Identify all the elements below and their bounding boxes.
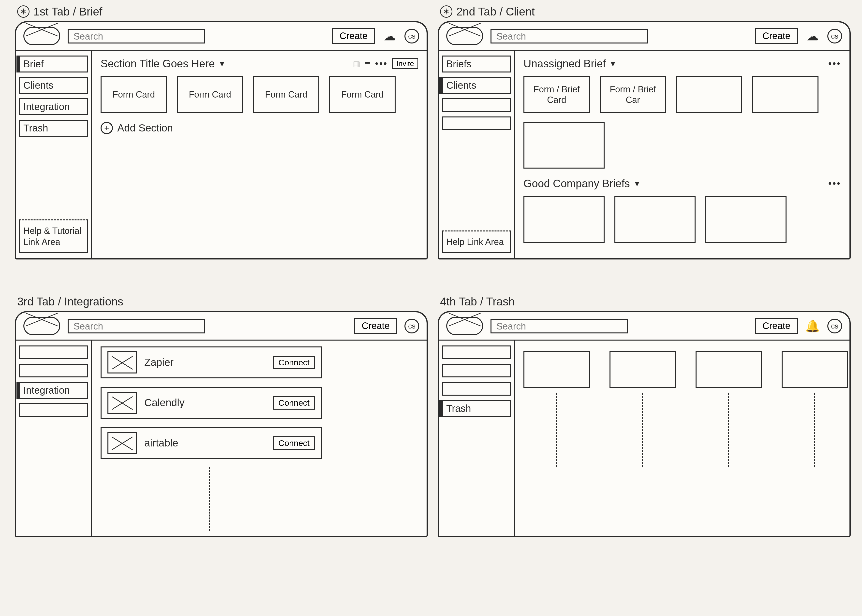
avatar[interactable]: cs bbox=[405, 319, 419, 333]
main-content bbox=[515, 341, 849, 536]
connect-button[interactable]: Connect bbox=[273, 436, 315, 450]
avatar[interactable]: cs bbox=[827, 29, 842, 44]
sidebar-item[interactable] bbox=[19, 346, 88, 359]
search-input[interactable] bbox=[490, 319, 628, 333]
group-header: Unassigned Brief ▾ ••• bbox=[523, 58, 841, 70]
brief-card[interactable] bbox=[705, 196, 786, 243]
form-card[interactable]: Form Card bbox=[253, 76, 319, 113]
list-view-icon[interactable]: ≣ bbox=[364, 60, 370, 68]
app-window-integrations: Create cs Integration Zapier Connect bbox=[15, 311, 428, 537]
trash-grid bbox=[523, 351, 841, 467]
create-button[interactable]: Create bbox=[354, 318, 397, 334]
continuation-indicator bbox=[814, 393, 815, 467]
more-icon[interactable]: ••• bbox=[828, 178, 841, 189]
chevron-down-icon[interactable]: ▾ bbox=[220, 58, 224, 69]
help-area[interactable]: Help & Tutorial Link Area bbox=[19, 219, 88, 253]
add-section-button[interactable]: + Add Section bbox=[101, 122, 418, 134]
group-title[interactable]: Unassigned Brief bbox=[523, 58, 606, 70]
integration-row: airtable Connect bbox=[101, 427, 322, 459]
create-button[interactable]: Create bbox=[755, 318, 798, 334]
sidebar-item-integration[interactable]: Integration bbox=[19, 98, 88, 115]
sidebar-item[interactable] bbox=[442, 346, 511, 359]
brief-card[interactable] bbox=[523, 122, 605, 168]
sidebar-item[interactable] bbox=[442, 98, 511, 112]
screen-annotation: 4th Tab / Trash bbox=[440, 295, 851, 308]
form-card[interactable]: Form Card bbox=[101, 76, 167, 113]
trash-card[interactable] bbox=[695, 351, 762, 388]
more-icon[interactable]: ••• bbox=[375, 58, 388, 69]
sidebar: Brief Clients Integration Trash Help & T… bbox=[16, 50, 92, 258]
sidebar: Briefs Clients Help Link Area bbox=[439, 50, 515, 258]
connect-button[interactable]: Connect bbox=[273, 356, 315, 369]
integration-row: Calendly Connect bbox=[101, 387, 322, 419]
app-window-brief: Create ☁ cs Brief Clients Integration Tr… bbox=[15, 21, 428, 259]
notification-icon[interactable]: ☁ bbox=[805, 29, 820, 44]
notification-icon[interactable]: ☁ bbox=[382, 29, 397, 44]
topbar: Create 🔔 cs bbox=[439, 312, 849, 341]
annotation-text: 4th Tab / Trash bbox=[440, 295, 515, 308]
connect-button[interactable]: Connect bbox=[273, 396, 315, 410]
main-content: Unassigned Brief ▾ ••• Form / Brief Card… bbox=[515, 50, 849, 258]
brief-card[interactable]: Form / Brief Car bbox=[600, 76, 666, 113]
sidebar-item[interactable] bbox=[442, 116, 511, 130]
app-logo[interactable] bbox=[24, 27, 60, 45]
bell-icon[interactable]: 🔔 bbox=[805, 319, 820, 333]
integration-logo bbox=[107, 351, 137, 374]
trash-card[interactable] bbox=[782, 351, 848, 388]
grid-view-icon[interactable]: ▦ bbox=[353, 60, 360, 68]
app-logo[interactable] bbox=[446, 317, 483, 335]
sidebar-item-trash[interactable]: Trash bbox=[19, 119, 88, 137]
trash-card[interactable] bbox=[610, 351, 676, 388]
search-input[interactable] bbox=[68, 29, 205, 44]
invite-button[interactable]: Invite bbox=[392, 58, 418, 69]
sidebar-item[interactable] bbox=[442, 382, 511, 396]
brief-card[interactable] bbox=[676, 76, 742, 113]
chevron-down-icon[interactable]: ▾ bbox=[635, 178, 639, 189]
sidebar-item-integration[interactable]: Integration bbox=[19, 382, 88, 399]
integration-row: Zapier Connect bbox=[101, 346, 322, 379]
sidebar-item-clients[interactable]: Clients bbox=[442, 77, 511, 94]
continuation-indicator bbox=[556, 393, 557, 467]
integration-name: Zapier bbox=[144, 357, 266, 368]
more-icon[interactable]: ••• bbox=[828, 58, 841, 69]
chevron-down-icon[interactable]: ▾ bbox=[611, 58, 615, 69]
form-card[interactable]: Form Card bbox=[329, 76, 396, 113]
sidebar-item-brief[interactable]: Brief bbox=[19, 55, 88, 72]
integration-name: Calendly bbox=[144, 397, 266, 409]
topbar: Create ☁ cs bbox=[16, 22, 427, 50]
group-title[interactable]: Good Company Briefs bbox=[523, 178, 630, 190]
avatar[interactable]: cs bbox=[827, 319, 842, 333]
sidebar-item[interactable] bbox=[442, 364, 511, 377]
screen-annotation: ✶ 1st Tab / Brief bbox=[17, 5, 428, 18]
continuation-indicator bbox=[728, 393, 729, 467]
search-input[interactable] bbox=[490, 29, 648, 44]
group-header: Good Company Briefs ▾ ••• bbox=[523, 178, 841, 190]
integration-name: airtable bbox=[144, 437, 266, 449]
brief-card[interactable] bbox=[523, 196, 605, 243]
create-button[interactable]: Create bbox=[755, 28, 798, 44]
app-logo[interactable] bbox=[446, 27, 483, 45]
annotation-text: 3rd Tab / Integrations bbox=[17, 295, 123, 308]
integration-logo bbox=[107, 432, 137, 454]
brief-card[interactable] bbox=[615, 196, 695, 243]
trash-card[interactable] bbox=[523, 351, 590, 388]
brief-card[interactable]: Form / Brief Card bbox=[523, 76, 590, 113]
create-button[interactable]: Create bbox=[332, 28, 375, 44]
sidebar-item-trash[interactable]: Trash bbox=[442, 400, 511, 417]
card-row: Form Card Form Card Form Card Form Card bbox=[101, 76, 418, 113]
section-title[interactable]: Section Title Goes Here bbox=[101, 58, 215, 70]
sidebar-item[interactable] bbox=[19, 364, 88, 377]
app-logo[interactable] bbox=[24, 317, 60, 335]
annotation-text: 2nd Tab / Client bbox=[456, 5, 535, 18]
brief-card[interactable] bbox=[752, 76, 818, 113]
sidebar-item-clients[interactable]: Clients bbox=[19, 77, 88, 94]
help-area[interactable]: Help Link Area bbox=[442, 231, 511, 253]
form-card[interactable]: Form Card bbox=[177, 76, 243, 113]
sidebar-item[interactable] bbox=[19, 403, 88, 417]
search-input[interactable] bbox=[68, 319, 205, 333]
sidebar-item-briefs[interactable]: Briefs bbox=[442, 55, 511, 72]
annotation-text: 1st Tab / Brief bbox=[33, 5, 102, 18]
card-row: Form / Brief Card Form / Brief Car bbox=[523, 76, 841, 113]
continuation-indicator bbox=[642, 393, 643, 467]
avatar[interactable]: cs bbox=[405, 29, 419, 44]
